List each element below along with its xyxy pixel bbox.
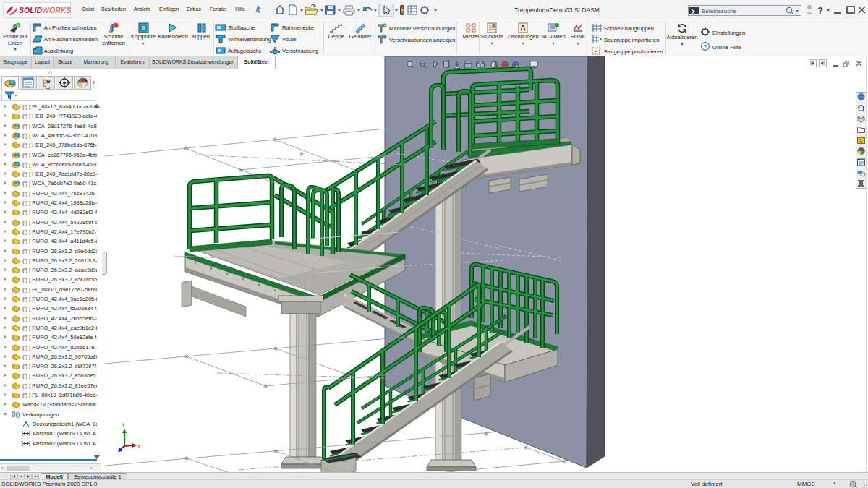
svg-text:?: ?	[704, 43, 707, 50]
svg-text:?: ?	[817, 5, 823, 16]
svg-text:Y: Y	[122, 422, 125, 427]
svg-text:X: X	[137, 444, 141, 449]
svg-text:B: B	[46, 78, 51, 85]
svg-text:SOLIDWORKS: SOLIDWORKS	[19, 6, 71, 14]
svg-text:IE: IE	[492, 23, 495, 27]
